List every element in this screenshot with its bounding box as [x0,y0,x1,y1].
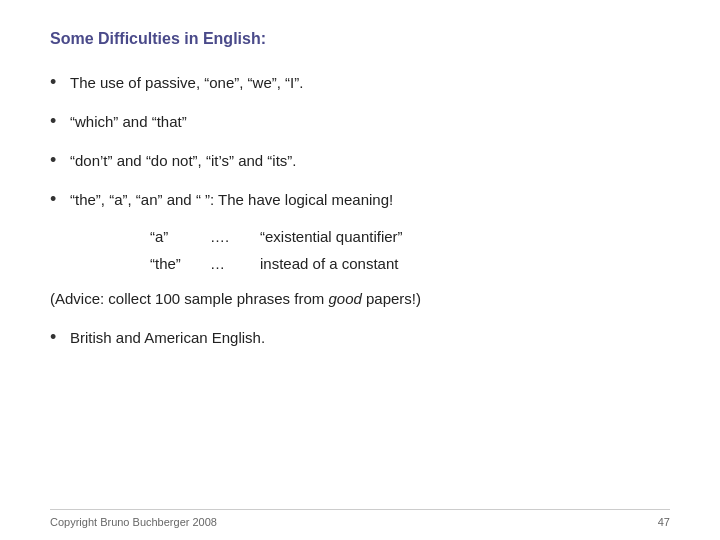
list-item: • The use of passive, “one”, “we”, “I”. [50,72,670,93]
bullet-text-extra: British and American English. [70,327,670,348]
bullet-text: “don’t” and “do not”, “it’s” and “its”. [70,150,670,171]
slide-title: Some Difficulties in English: [50,30,670,48]
page-number: 47 [658,516,670,528]
advice-text: (Advice: collect 100 sample phrases from… [50,290,670,307]
ind-col3-a: “existential quantifier” [260,228,670,245]
extra-bullet-list: • British and American English. [50,327,670,348]
ind-col2-the: … [210,255,260,272]
bullet-text: “the”, “a”, “an” and “ ”: The have logic… [70,189,670,210]
bullet-dot: • [50,328,70,346]
ind-col1-the: “the” [150,255,210,272]
bullet-dot: • [50,73,70,91]
list-item: • “which” and “that” [50,111,670,132]
indented-row-the: “the” … instead of a constant [150,255,670,272]
bullet-text: “which” and “that” [70,111,670,132]
copyright-text: Copyright Bruno Buchberger 2008 [50,516,217,528]
advice-italic: good [328,290,361,307]
footer: Copyright Bruno Buchberger 2008 47 [50,509,670,528]
list-item-extra: • British and American English. [50,327,670,348]
bullet-list: • The use of passive, “one”, “we”, “I”. … [50,72,670,210]
indented-block: “a” …. “existential quantifier” “the” … … [150,228,670,272]
list-item: • “the”, “a”, “an” and “ ”: The have log… [50,189,670,210]
ind-col2-a: …. [210,228,260,245]
slide: Some Difficulties in English: • The use … [0,0,720,540]
list-item: • “don’t” and “do not”, “it’s” and “its”… [50,150,670,171]
indented-row-a: “a” …. “existential quantifier” [150,228,670,245]
bullet-text: The use of passive, “one”, “we”, “I”. [70,72,670,93]
bullet-dot: • [50,190,70,208]
bullet-dot: • [50,151,70,169]
bullet-dot: • [50,112,70,130]
ind-col1-a: “a” [150,228,210,245]
ind-col3-the: instead of a constant [260,255,670,272]
